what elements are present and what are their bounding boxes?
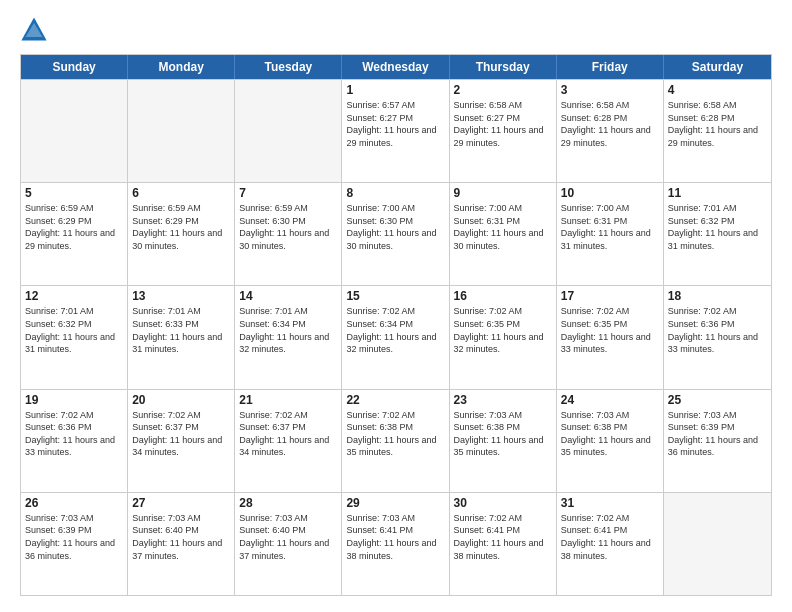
day-number: 7	[239, 186, 337, 200]
calendar-cell: 8Sunrise: 7:00 AMSunset: 6:30 PMDaylight…	[342, 183, 449, 285]
calendar-cell: 21Sunrise: 7:02 AMSunset: 6:37 PMDayligh…	[235, 390, 342, 492]
day-info: Sunrise: 6:58 AMSunset: 6:27 PMDaylight:…	[454, 99, 552, 149]
calendar-row-1: 5Sunrise: 6:59 AMSunset: 6:29 PMDaylight…	[21, 182, 771, 285]
day-number: 21	[239, 393, 337, 407]
calendar-cell: 9Sunrise: 7:00 AMSunset: 6:31 PMDaylight…	[450, 183, 557, 285]
calendar-cell: 17Sunrise: 7:02 AMSunset: 6:35 PMDayligh…	[557, 286, 664, 388]
weekday-header-friday: Friday	[557, 55, 664, 79]
day-number: 10	[561, 186, 659, 200]
calendar-row-4: 26Sunrise: 7:03 AMSunset: 6:39 PMDayligh…	[21, 492, 771, 595]
weekday-header-thursday: Thursday	[450, 55, 557, 79]
day-info: Sunrise: 6:59 AMSunset: 6:29 PMDaylight:…	[25, 202, 123, 252]
day-number: 3	[561, 83, 659, 97]
day-info: Sunrise: 7:02 AMSunset: 6:36 PMDaylight:…	[25, 409, 123, 459]
day-info: Sunrise: 7:00 AMSunset: 6:31 PMDaylight:…	[561, 202, 659, 252]
day-number: 6	[132, 186, 230, 200]
day-number: 30	[454, 496, 552, 510]
day-info: Sunrise: 6:57 AMSunset: 6:27 PMDaylight:…	[346, 99, 444, 149]
calendar: SundayMondayTuesdayWednesdayThursdayFrid…	[20, 54, 772, 596]
calendar-cell: 6Sunrise: 6:59 AMSunset: 6:29 PMDaylight…	[128, 183, 235, 285]
day-info: Sunrise: 7:03 AMSunset: 6:39 PMDaylight:…	[25, 512, 123, 562]
calendar-cell: 1Sunrise: 6:57 AMSunset: 6:27 PMDaylight…	[342, 80, 449, 182]
header	[20, 16, 772, 44]
calendar-cell	[235, 80, 342, 182]
day-number: 26	[25, 496, 123, 510]
calendar-cell: 3Sunrise: 6:58 AMSunset: 6:28 PMDaylight…	[557, 80, 664, 182]
weekday-header-monday: Monday	[128, 55, 235, 79]
calendar-row-0: 1Sunrise: 6:57 AMSunset: 6:27 PMDaylight…	[21, 79, 771, 182]
logo	[20, 16, 52, 44]
calendar-row-2: 12Sunrise: 7:01 AMSunset: 6:32 PMDayligh…	[21, 285, 771, 388]
calendar-cell: 4Sunrise: 6:58 AMSunset: 6:28 PMDaylight…	[664, 80, 771, 182]
day-number: 12	[25, 289, 123, 303]
calendar-cell: 19Sunrise: 7:02 AMSunset: 6:36 PMDayligh…	[21, 390, 128, 492]
day-info: Sunrise: 7:02 AMSunset: 6:37 PMDaylight:…	[132, 409, 230, 459]
day-number: 9	[454, 186, 552, 200]
day-info: Sunrise: 7:02 AMSunset: 6:37 PMDaylight:…	[239, 409, 337, 459]
day-info: Sunrise: 7:03 AMSunset: 6:40 PMDaylight:…	[239, 512, 337, 562]
calendar-row-3: 19Sunrise: 7:02 AMSunset: 6:36 PMDayligh…	[21, 389, 771, 492]
weekday-header-wednesday: Wednesday	[342, 55, 449, 79]
day-number: 27	[132, 496, 230, 510]
calendar-cell: 11Sunrise: 7:01 AMSunset: 6:32 PMDayligh…	[664, 183, 771, 285]
day-info: Sunrise: 7:02 AMSunset: 6:35 PMDaylight:…	[454, 305, 552, 355]
day-number: 18	[668, 289, 767, 303]
day-info: Sunrise: 7:02 AMSunset: 6:38 PMDaylight:…	[346, 409, 444, 459]
day-info: Sunrise: 7:00 AMSunset: 6:30 PMDaylight:…	[346, 202, 444, 252]
calendar-cell: 28Sunrise: 7:03 AMSunset: 6:40 PMDayligh…	[235, 493, 342, 595]
day-info: Sunrise: 6:59 AMSunset: 6:29 PMDaylight:…	[132, 202, 230, 252]
calendar-cell	[128, 80, 235, 182]
day-number: 19	[25, 393, 123, 407]
day-info: Sunrise: 7:01 AMSunset: 6:32 PMDaylight:…	[668, 202, 767, 252]
day-info: Sunrise: 7:03 AMSunset: 6:38 PMDaylight:…	[454, 409, 552, 459]
day-number: 16	[454, 289, 552, 303]
calendar-cell: 18Sunrise: 7:02 AMSunset: 6:36 PMDayligh…	[664, 286, 771, 388]
day-number: 15	[346, 289, 444, 303]
day-info: Sunrise: 7:03 AMSunset: 6:38 PMDaylight:…	[561, 409, 659, 459]
calendar-cell: 2Sunrise: 6:58 AMSunset: 6:27 PMDaylight…	[450, 80, 557, 182]
day-number: 8	[346, 186, 444, 200]
day-number: 4	[668, 83, 767, 97]
calendar-cell: 14Sunrise: 7:01 AMSunset: 6:34 PMDayligh…	[235, 286, 342, 388]
weekday-header-saturday: Saturday	[664, 55, 771, 79]
day-number: 31	[561, 496, 659, 510]
day-number: 29	[346, 496, 444, 510]
weekday-header-tuesday: Tuesday	[235, 55, 342, 79]
day-number: 17	[561, 289, 659, 303]
day-number: 2	[454, 83, 552, 97]
day-number: 13	[132, 289, 230, 303]
logo-icon	[20, 16, 48, 44]
day-info: Sunrise: 6:58 AMSunset: 6:28 PMDaylight:…	[561, 99, 659, 149]
day-info: Sunrise: 7:02 AMSunset: 6:35 PMDaylight:…	[561, 305, 659, 355]
calendar-cell	[21, 80, 128, 182]
calendar-cell: 27Sunrise: 7:03 AMSunset: 6:40 PMDayligh…	[128, 493, 235, 595]
day-number: 25	[668, 393, 767, 407]
calendar-cell: 12Sunrise: 7:01 AMSunset: 6:32 PMDayligh…	[21, 286, 128, 388]
calendar-cell	[664, 493, 771, 595]
calendar-cell: 15Sunrise: 7:02 AMSunset: 6:34 PMDayligh…	[342, 286, 449, 388]
calendar-cell: 29Sunrise: 7:03 AMSunset: 6:41 PMDayligh…	[342, 493, 449, 595]
day-number: 1	[346, 83, 444, 97]
day-number: 23	[454, 393, 552, 407]
calendar-cell: 10Sunrise: 7:00 AMSunset: 6:31 PMDayligh…	[557, 183, 664, 285]
day-info: Sunrise: 7:02 AMSunset: 6:41 PMDaylight:…	[454, 512, 552, 562]
day-info: Sunrise: 7:03 AMSunset: 6:41 PMDaylight:…	[346, 512, 444, 562]
calendar-body: 1Sunrise: 6:57 AMSunset: 6:27 PMDaylight…	[21, 79, 771, 595]
day-info: Sunrise: 7:02 AMSunset: 6:34 PMDaylight:…	[346, 305, 444, 355]
day-number: 22	[346, 393, 444, 407]
calendar-cell: 26Sunrise: 7:03 AMSunset: 6:39 PMDayligh…	[21, 493, 128, 595]
day-info: Sunrise: 6:59 AMSunset: 6:30 PMDaylight:…	[239, 202, 337, 252]
calendar-cell: 5Sunrise: 6:59 AMSunset: 6:29 PMDaylight…	[21, 183, 128, 285]
day-info: Sunrise: 7:00 AMSunset: 6:31 PMDaylight:…	[454, 202, 552, 252]
calendar-cell: 30Sunrise: 7:02 AMSunset: 6:41 PMDayligh…	[450, 493, 557, 595]
day-number: 24	[561, 393, 659, 407]
calendar-cell: 20Sunrise: 7:02 AMSunset: 6:37 PMDayligh…	[128, 390, 235, 492]
day-info: Sunrise: 7:02 AMSunset: 6:36 PMDaylight:…	[668, 305, 767, 355]
calendar-cell: 16Sunrise: 7:02 AMSunset: 6:35 PMDayligh…	[450, 286, 557, 388]
calendar-header: SundayMondayTuesdayWednesdayThursdayFrid…	[21, 55, 771, 79]
day-info: Sunrise: 7:03 AMSunset: 6:40 PMDaylight:…	[132, 512, 230, 562]
calendar-cell: 24Sunrise: 7:03 AMSunset: 6:38 PMDayligh…	[557, 390, 664, 492]
calendar-cell: 22Sunrise: 7:02 AMSunset: 6:38 PMDayligh…	[342, 390, 449, 492]
day-info: Sunrise: 7:02 AMSunset: 6:41 PMDaylight:…	[561, 512, 659, 562]
day-number: 5	[25, 186, 123, 200]
